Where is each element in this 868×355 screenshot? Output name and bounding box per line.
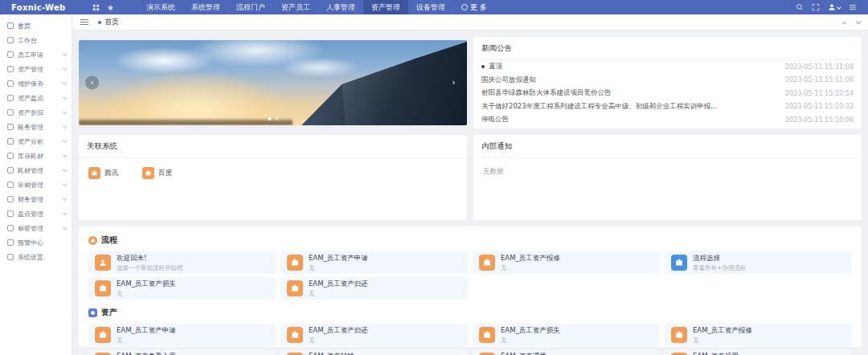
briefcase-icon bbox=[95, 280, 111, 296]
menu-item-hr[interactable]: 人事管理 bbox=[318, 0, 363, 14]
sidebar-item-stock-consumables[interactable]: 库存耗材 bbox=[0, 149, 72, 163]
chevron-down-icon bbox=[63, 210, 68, 215]
tile-subtitle: 无 bbox=[117, 337, 176, 345]
sidebar-label: 库存耗材 bbox=[18, 152, 63, 161]
news-item-time: 2023-05-11 15:11:06 bbox=[777, 76, 854, 84]
news-item-time: 2023-05-11 15:10:54 bbox=[777, 90, 854, 97]
tile-title: 欢迎回来! bbox=[117, 254, 183, 263]
news-item[interactable]: 停电公告 2023-05-11 15:10:06 bbox=[473, 113, 862, 127]
sidebar-item-alert-center[interactable]: 预警中心 bbox=[0, 235, 72, 250]
banner-carousel[interactable]: ‹ › bbox=[79, 40, 467, 125]
sidebar-item-asset-analysis[interactable]: 资产分析 bbox=[0, 134, 72, 149]
tile-title: EAM_资产领用 bbox=[693, 352, 739, 355]
menu-item-asset-employee[interactable]: 资产员工 bbox=[273, 0, 318, 14]
news-item[interactable]: 关于做好2023年度工程系列建设工程专业高中级、初级和企业工程实训申报... 2… bbox=[473, 100, 862, 114]
sidebar-item-home[interactable]: 首页 bbox=[0, 18, 72, 33]
collapse-sidebar-icon[interactable] bbox=[80, 18, 88, 27]
menu-item-more[interactable]: 更 多 bbox=[453, 0, 495, 14]
sidebar-item-depreciation[interactable]: 资产折旧 bbox=[0, 105, 72, 120]
carousel-dot[interactable] bbox=[275, 117, 278, 120]
briefcase-icon bbox=[287, 327, 303, 343]
welcome-tile[interactable]: 欢迎回来! 选择一个审批流程开始吧 bbox=[88, 251, 276, 274]
sidebar-item-asset-mgmt[interactable]: 资产管理 bbox=[0, 62, 72, 76]
asset-tile-return[interactable]: EAM_员工资产归还 无 bbox=[280, 324, 468, 346]
sidebar-item-check-mgmt[interactable]: 盘点管理 bbox=[0, 206, 72, 221]
menu-item-device-mgmt[interactable]: 设备管理 bbox=[408, 0, 453, 14]
tab-scroll-right-icon[interactable]: » bbox=[841, 18, 846, 27]
carousel-next-icon[interactable]: › bbox=[447, 76, 461, 90]
related-system-label: 百度 bbox=[158, 169, 172, 178]
news-item[interactable]: 国庆公司放假通知 2023-05-11 15:11:06 bbox=[473, 74, 862, 88]
asset-tile-loss[interactable]: EAM_员工资产损失 无 bbox=[473, 324, 660, 346]
menu-item-asset-mgmt[interactable]: 资产管理 bbox=[363, 0, 408, 14]
process-tile-apply[interactable]: EAM_员工资产申请 无 bbox=[280, 251, 468, 274]
sidebar-item-accounting[interactable]: 账务管理 bbox=[0, 120, 72, 134]
sidebar-item-finance-mgmt[interactable]: 财务管理 bbox=[0, 192, 72, 206]
tile-subtitle: 无 bbox=[693, 337, 752, 345]
hamburger-menu-icon[interactable] bbox=[849, 3, 857, 11]
related-systems-title: 关联系统 bbox=[79, 135, 467, 158]
process-launch-tile[interactable]: 流程选择 查看所有+办理流程 bbox=[665, 251, 852, 274]
process-tile-grid: 欢迎回来! 选择一个审批流程开始吧 EAM_员工资产申请 无 bbox=[88, 251, 852, 300]
related-system-tencent[interactable]: 腾讯 bbox=[88, 167, 118, 179]
tile-title: 流程选择 bbox=[693, 254, 746, 263]
sidebar-item-maintenance[interactable]: 维护保养 bbox=[0, 76, 72, 91]
employee-icon bbox=[7, 51, 14, 58]
sidebar-item-system-settings[interactable]: 系统设置 bbox=[0, 250, 72, 264]
sidebar-item-purchase-mgmt[interactable]: 采购管理 bbox=[0, 178, 72, 192]
asset-tile-transfer[interactable]: EAM_资产转移 无 bbox=[280, 349, 468, 355]
user-avatar-icon[interactable] bbox=[828, 3, 841, 11]
workbench-icon bbox=[7, 37, 14, 43]
menu-item-demo[interactable]: 演示系统 bbox=[138, 0, 183, 14]
process-tile-loss[interactable]: EAM_员工资产损失 无 bbox=[88, 277, 276, 300]
carousel-prev-icon[interactable]: ‹ bbox=[85, 76, 99, 90]
analysis-icon bbox=[7, 138, 14, 145]
tile-subtitle: 查看所有+办理流程 bbox=[693, 264, 746, 272]
process-tile-repair[interactable]: EAM_员工资产报修 无 bbox=[473, 251, 660, 274]
sidebar-item-consumable-mgmt[interactable]: 耗材管理 bbox=[0, 163, 72, 178]
asset-tile-issue[interactable]: EAM_资产领用 无 bbox=[665, 349, 852, 355]
news-item-text: 射阳县华绿森林防火体系建设项目竞价公告 bbox=[481, 88, 612, 98]
briefcase-icon bbox=[95, 327, 111, 343]
process-section-title: 流程 bbox=[101, 235, 117, 246]
fullscreen-icon[interactable] bbox=[812, 3, 820, 11]
briefcase-icon bbox=[287, 280, 303, 296]
asset-tile-allocate[interactable]: EAM_资产调拨 无 bbox=[473, 349, 660, 355]
chevron-down-icon bbox=[837, 5, 841, 10]
tab-home[interactable]: 首页 bbox=[98, 17, 119, 27]
app-icon bbox=[142, 167, 154, 179]
news-item[interactable]: 射阳县华绿森林防火体系建设项目竞价公告 2023-05-11 15:10:54 bbox=[473, 87, 862, 100]
asset-tile-apply[interactable]: EAM_员工资产申请 无 bbox=[88, 324, 276, 346]
sidebar-item-employee-apply[interactable]: 员工申请 bbox=[0, 47, 72, 62]
asset-tile-repair[interactable]: EAM_员工资产报修 无 bbox=[665, 324, 852, 346]
sidebar-item-label-mgmt[interactable]: 标签管理 bbox=[0, 221, 72, 235]
sidebar-label: 财务管理 bbox=[18, 195, 63, 204]
sidebar-label: 账务管理 bbox=[18, 123, 63, 132]
sidebar-label: 耗材管理 bbox=[18, 166, 63, 175]
tab-label: 首页 bbox=[104, 17, 119, 27]
tile-subtitle: 无 bbox=[501, 264, 560, 272]
apps-grid-icon[interactable] bbox=[88, 4, 103, 11]
news-item-text: 置顶 bbox=[489, 62, 502, 71]
sidebar-label: 首页 bbox=[18, 22, 66, 31]
dashboard-content: ‹ › 新闻公告 置顶 2023-05-11 15:11:08 bbox=[72, 31, 868, 355]
asset-tile-surplus-in[interactable]: EAM_资产盘盈入库 无 bbox=[88, 349, 276, 355]
chevron-down-icon bbox=[63, 80, 68, 85]
more-label: 更 多 bbox=[470, 2, 487, 13]
news-item[interactable]: 置顶 2023-05-11 15:11:08 bbox=[473, 60, 862, 74]
tab-options-icon[interactable] bbox=[856, 18, 862, 24]
sidebar-item-workbench[interactable]: 工作台 bbox=[0, 33, 72, 47]
menu-item-workflow-portal[interactable]: 流程门户 bbox=[228, 0, 273, 14]
app-icon bbox=[88, 167, 100, 179]
related-system-baidu[interactable]: 百度 bbox=[142, 167, 172, 179]
carousel-dot[interactable] bbox=[268, 117, 271, 120]
menu-item-system[interactable]: 系统管理 bbox=[183, 0, 228, 14]
process-tile-return[interactable]: EAM_员工资产归还 无 bbox=[280, 277, 468, 300]
tile-title: EAM_员工资产损失 bbox=[501, 326, 560, 336]
sidebar-item-inventory[interactable]: 资产盘点 bbox=[0, 91, 72, 105]
tile-title: EAM_员工资产报修 bbox=[693, 326, 752, 336]
search-icon[interactable] bbox=[796, 3, 804, 11]
inventory-icon bbox=[7, 95, 14, 101]
pin-icon[interactable] bbox=[103, 4, 117, 11]
sidebar-label: 维护保养 bbox=[18, 80, 63, 88]
